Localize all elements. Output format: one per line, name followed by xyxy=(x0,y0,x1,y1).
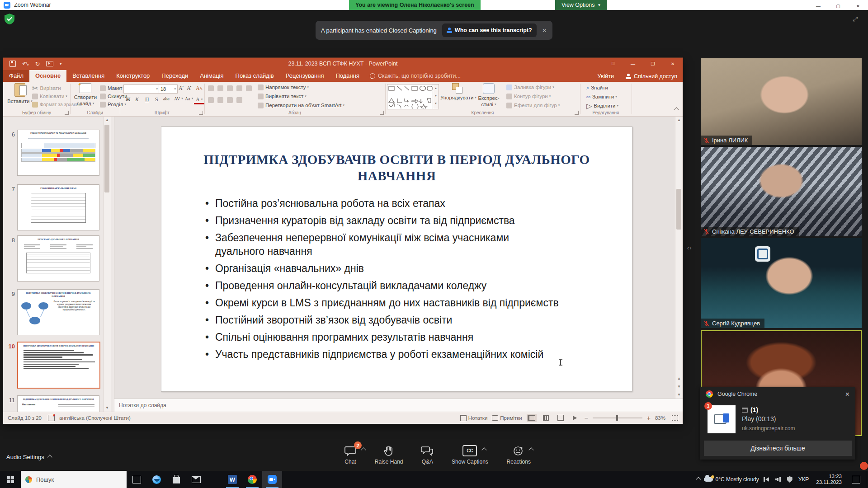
decrease-indent-icon[interactable] xyxy=(227,85,233,91)
font-name-combo[interactable]: ▾ xyxy=(123,84,160,94)
participant-video-3[interactable]: Сергій Кудрявцев xyxy=(701,238,862,328)
quick-styles-button[interactable]: Експрес-стилі xyxy=(475,83,503,108)
paragraph-dialog-launcher[interactable] xyxy=(380,111,384,115)
language-indicator[interactable]: УКР xyxy=(798,476,809,483)
arrange-button[interactable]: Упорядкувати xyxy=(440,83,474,101)
slideshow-view-button[interactable] xyxy=(570,414,580,422)
align-center-icon[interactable] xyxy=(217,97,223,103)
share-button[interactable]: Спільний доступ xyxy=(626,73,677,80)
tab-review[interactable]: Рецензування xyxy=(280,70,330,82)
change-case-button[interactable]: Aa xyxy=(183,96,195,101)
numbered-list-icon[interactable] xyxy=(217,85,223,91)
start-button[interactable] xyxy=(0,471,21,488)
slide-scrollbar[interactable]: ▲ ▲ ▼ ▼ xyxy=(675,117,683,399)
ppt-minimize-button[interactable]: — xyxy=(623,58,643,70)
cut-button[interactable]: Вирізати xyxy=(40,85,61,91)
font-dialog-launcher[interactable] xyxy=(199,111,203,115)
slide-thumbnail-9[interactable]: ПІДТРИМКА ЗДОБУВАЧІВ ОСВІТИ В ПЕРІОД ДУА… xyxy=(17,289,99,335)
current-slide[interactable]: ПІДТРИМКА ЗДОБУВАЧІВ ОСВІТИ В ПЕРІОД ДУА… xyxy=(161,127,632,392)
italic-button[interactable]: К xyxy=(133,96,141,103)
comments-toggle[interactable]: Примітки xyxy=(492,415,522,421)
fullscreen-icon[interactable]: ⤢ xyxy=(853,15,858,23)
view-options-button[interactable]: View Options ▼ xyxy=(555,0,607,10)
tell-me-box[interactable]: Скажіть, що потрібно зробити... xyxy=(365,70,465,82)
collapse-ribbon-icon[interactable] xyxy=(675,105,678,113)
bullet-list-icon[interactable] xyxy=(208,85,214,91)
font-size-combo[interactable]: 18▾ xyxy=(159,84,178,94)
start-slideshow-icon[interactable] xyxy=(46,61,53,66)
show-desktop-button[interactable] xyxy=(866,471,868,488)
increase-indent-icon[interactable] xyxy=(236,85,242,91)
strikethrough-button[interactable]: abc xyxy=(161,96,171,101)
ppt-restore-button[interactable]: ❐ xyxy=(643,58,663,70)
shrink-font-icon[interactable]: А̌ xyxy=(185,85,193,92)
tray-network-icon[interactable] xyxy=(775,477,781,482)
clipboard-dialog-launcher[interactable] xyxy=(65,111,69,115)
select-button[interactable]: Виділити xyxy=(594,103,618,108)
chat-chevron-icon[interactable] xyxy=(361,447,366,452)
tray-shield-icon[interactable] xyxy=(787,476,793,483)
hidden-icons-chevron[interactable] xyxy=(697,478,700,481)
align-text-button[interactable]: Вирівняти текст xyxy=(265,94,307,99)
find-button[interactable]: Знайти xyxy=(591,85,608,90)
undo-icon[interactable]: ↶▾ xyxy=(22,61,28,67)
ppt-close-button[interactable]: ✕ xyxy=(663,58,683,70)
shape-effects-button[interactable]: Ефекти для фігур xyxy=(514,103,560,108)
shapes-gallery-scroll[interactable]: ▲▾▼ xyxy=(433,84,439,109)
taskbar-clock[interactable]: 13:23 23.11.2023 xyxy=(816,474,842,485)
tab-insert[interactable]: Вставлення xyxy=(66,70,110,82)
language-status[interactable]: англійська (Сполучені Штати) xyxy=(59,415,131,421)
thumbnail-scrollbar[interactable]: ▲ ▼ xyxy=(103,117,111,412)
security-shield-icon[interactable] xyxy=(5,14,14,24)
slide-thumbnail-8[interactable]: ПРОГРАМА ДУАЛЬНОГО НАВЧАННЯ xyxy=(17,235,99,282)
action-center-icon[interactable] xyxy=(852,476,860,483)
taskbar-search-box[interactable]: Пошук xyxy=(21,471,127,488)
tab-view[interactable]: Подання xyxy=(330,70,365,82)
slide-thumbnail-10-selected[interactable]: ПІДТРИМКА ЗДОБУВАЧІВ ОСВІТИ В ПЕРІОД ДУА… xyxy=(17,342,100,389)
captions-chevron-icon[interactable] xyxy=(482,447,487,452)
tab-home[interactable]: Основне xyxy=(29,70,66,82)
align-left-icon[interactable] xyxy=(208,97,214,103)
slide-thumbnail-6[interactable]: ГРАФІК ТЕОРЕТИЧНОГО ТА ПРАКТИЧНОГО НАВЧА… xyxy=(17,130,99,176)
align-right-icon[interactable] xyxy=(227,97,233,103)
chat-button[interactable]: 2 Chat xyxy=(344,445,356,465)
qa-button[interactable]: Q&A xyxy=(421,445,433,465)
taskbar-zoom[interactable] xyxy=(262,471,282,488)
text-direction-button[interactable]: Напрямок тексту xyxy=(265,84,309,90)
zoom-level[interactable]: 83% xyxy=(655,415,665,421)
weather-widget[interactable]: 0°C Mostly cloudy xyxy=(704,476,759,483)
redo-icon[interactable]: ↻ xyxy=(35,61,40,67)
notes-toggle[interactable]: Нотатки xyxy=(460,415,487,421)
raise-hand-button[interactable]: Raise Hand xyxy=(375,445,403,465)
sign-in-link[interactable]: Увійти xyxy=(598,73,614,80)
text-shadow-button[interactable]: S xyxy=(153,96,160,103)
participant-video-2[interactable]: Сніжана ЛЕУ-СЕВЕРИНЕНКО xyxy=(701,147,862,236)
reading-view-button[interactable] xyxy=(556,414,566,422)
panel-resize-handle[interactable]: ‹ › xyxy=(687,245,691,251)
audio-settings-button[interactable]: Audio Settings xyxy=(6,454,52,460)
participant-video-1[interactable]: Ірина ЛИЛИК xyxy=(701,58,862,145)
underline-button[interactable]: П xyxy=(143,96,151,103)
clear-formatting-icon[interactable]: А✎ xyxy=(194,85,204,92)
slide-thumbnail-11[interactable]: ПІДТРИМКА ЗДОБУВАЧІВ ОСВІТИ В ПЕРІОД ДУА… xyxy=(17,395,99,412)
bold-button[interactable]: Ж xyxy=(123,96,132,103)
tab-design[interactable]: Конструктор xyxy=(110,70,156,82)
notification-close-icon[interactable]: ✕ xyxy=(845,391,850,398)
shape-outline-button[interactable]: Контур фігури xyxy=(514,94,551,99)
zoom-out-button[interactable]: − xyxy=(585,414,588,422)
ribbon-display-options-icon[interactable]: ⍐ xyxy=(603,58,623,70)
transcript-visibility-button[interactable]: Who can see this transcript? xyxy=(442,23,537,37)
justify-icon[interactable] xyxy=(236,97,242,103)
save-icon[interactable] xyxy=(9,61,16,67)
paste-button[interactable]: Вставити xyxy=(7,83,33,104)
line-spacing-icon[interactable] xyxy=(246,85,252,91)
grow-font-icon[interactable]: А̂ xyxy=(177,85,184,92)
notes-pane[interactable]: Нотатки до слайда xyxy=(114,399,683,412)
taskbar-chrome[interactable] xyxy=(242,471,262,488)
tab-file[interactable]: Файл xyxy=(3,70,29,82)
replace-button[interactable]: Замінити xyxy=(592,94,617,99)
new-slide-button[interactable]: ✦ Створити слайд xyxy=(72,83,99,107)
reactions-button[interactable]: Reactions xyxy=(507,445,531,465)
show-captions-button[interactable]: CC Show Captions xyxy=(452,445,488,465)
zoom-slider[interactable] xyxy=(593,418,642,418)
